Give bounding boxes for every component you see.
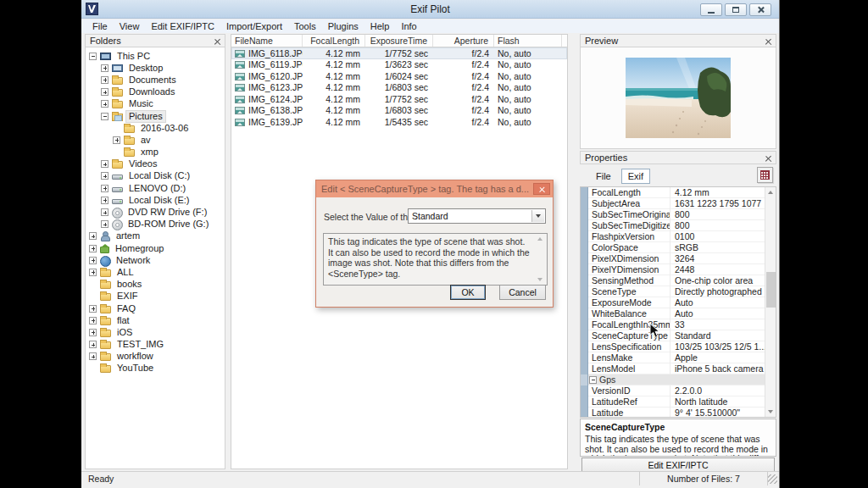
expand-icon[interactable] bbox=[89, 269, 97, 276]
expand-icon[interactable] bbox=[89, 352, 97, 360]
expand-icon[interactable] bbox=[89, 317, 97, 324]
tree-item-av[interactable]: av bbox=[86, 134, 225, 146]
property-group-gps[interactable]: Gps bbox=[581, 374, 776, 385]
expand-icon[interactable] bbox=[101, 172, 108, 180]
expand-icon[interactable] bbox=[89, 245, 97, 252]
minimize-button[interactable] bbox=[700, 3, 722, 16]
tree-item-workflow[interactable]: workflow bbox=[86, 351, 225, 363]
property-row-lensmodel[interactable]: LensModeliPhone 5 back camera ... bbox=[581, 363, 776, 374]
collapse-icon[interactable] bbox=[589, 376, 597, 384]
property-row-subsectimeoriginal[interactable]: SubSecTimeOriginal800 bbox=[581, 209, 776, 220]
tree-item-desktop[interactable]: Desktop bbox=[86, 62, 225, 74]
menu-item-import-export[interactable]: Import/Export bbox=[220, 20, 288, 33]
property-row-focallengthin35mmfilm[interactable]: FocalLengthIn35mmFilm33 bbox=[581, 319, 776, 330]
scroll-down-icon[interactable] bbox=[537, 278, 542, 281]
menu-item-view[interactable]: View bbox=[114, 20, 146, 33]
expand-icon[interactable] bbox=[101, 208, 108, 216]
tree-item-dvd-rw-drive-f[interactable]: DVD RW Drive (F:) bbox=[86, 206, 225, 218]
scrollbar-thumb[interactable] bbox=[766, 272, 776, 308]
file-row-img-6119-jpg[interactable]: IMG_6119.JPG4.12 mm1/3623 secf/2.4No, au… bbox=[231, 59, 567, 71]
expand-icon[interactable] bbox=[101, 88, 108, 96]
expand-icon[interactable] bbox=[89, 305, 97, 313]
menu-item-info[interactable]: Info bbox=[395, 20, 422, 33]
column-header-filename[interactable]: FileName bbox=[231, 35, 303, 47]
dialog-close-button[interactable] bbox=[533, 183, 550, 195]
property-row-flashpixversion[interactable]: FlashpixVersion0100 bbox=[581, 231, 776, 242]
scroll-down-icon[interactable] bbox=[768, 410, 773, 413]
collapse-icon[interactable] bbox=[89, 53, 97, 60]
tree-item-exif[interactable]: EXIF bbox=[86, 291, 225, 302]
expand-icon[interactable] bbox=[89, 232, 97, 240]
column-header-focallength[interactable]: FocalLength bbox=[303, 35, 365, 47]
ok-button[interactable]: OK bbox=[450, 285, 486, 300]
tree-item-downloads[interactable]: Downloads bbox=[86, 86, 225, 98]
menu-item-help[interactable]: Help bbox=[364, 20, 396, 33]
property-row-focallength[interactable]: FocalLength4.12 mm bbox=[581, 187, 776, 198]
file-row-img-6138-jpg[interactable]: IMG_6138.JPG4.12 mm1/6803 secf/2.4No, au… bbox=[231, 105, 567, 117]
tag-description-field[interactable]: This tag indicates the type of scene tha… bbox=[323, 233, 548, 286]
property-row-lensmake[interactable]: LensMakeApple bbox=[581, 352, 776, 363]
column-header-exposuretime[interactable]: ExposureTime bbox=[365, 35, 433, 47]
tree-item-pictures[interactable]: Pictures bbox=[86, 110, 225, 122]
tree-item-faq[interactable]: FAQ bbox=[86, 302, 225, 314]
value-combobox[interactable]: Standard bbox=[408, 208, 546, 224]
tree-item-2016-03-06[interactable]: 2016-03-06 bbox=[86, 122, 225, 134]
tree-item-lenovo-d[interactable]: LENOVO (D:) bbox=[86, 182, 225, 194]
combobox-dropdown-button[interactable] bbox=[531, 210, 544, 222]
close-folders-panel-icon[interactable] bbox=[214, 38, 220, 45]
column-header-flash[interactable]: Flash bbox=[494, 35, 562, 47]
property-row-exposuremode[interactable]: ExposureModeAuto bbox=[581, 297, 776, 308]
properties-scrollbar[interactable] bbox=[765, 187, 776, 417]
expand-icon[interactable] bbox=[101, 100, 108, 108]
collapse-icon[interactable] bbox=[101, 113, 108, 120]
expand-icon[interactable] bbox=[101, 197, 108, 204]
menu-item-file[interactable]: File bbox=[86, 20, 114, 33]
tree-item-homegroup[interactable]: Homegroup bbox=[86, 242, 225, 254]
property-row-versionid[interactable]: VersionID2.2.0.0 bbox=[581, 385, 776, 396]
property-row-scenetype[interactable]: SceneTypeDirectly photographed bbox=[581, 286, 776, 297]
property-row-subjectarea[interactable]: SubjectArea1631 1223 1795 1077 bbox=[581, 198, 776, 209]
property-row-pixelydimension[interactable]: PixelYDimension2448 bbox=[581, 264, 776, 275]
tree-item-all[interactable]: ALL bbox=[86, 266, 225, 278]
tree-item-this-pc[interactable]: This PC bbox=[86, 50, 225, 62]
expand-icon[interactable] bbox=[113, 136, 120, 144]
close-button[interactable] bbox=[749, 3, 771, 16]
file-row-img-6124-jpg[interactable]: IMG_6124.JPG4.12 mm1/7752 secf/2.4No, au… bbox=[231, 93, 567, 105]
tree-item-local-disk-e[interactable]: Local Disk (E:) bbox=[86, 194, 225, 206]
tree-item-documents[interactable]: Documents bbox=[86, 74, 225, 86]
file-row-img-6120-jpg[interactable]: IMG_6120.JPG4.12 mm1/6024 secf/2.4No, au… bbox=[231, 70, 567, 82]
scroll-up-icon[interactable] bbox=[537, 237, 542, 241]
property-row-latitude[interactable]: Latitude9° 4' 15.510000" bbox=[581, 408, 776, 418]
expand-icon[interactable] bbox=[101, 220, 108, 228]
edit-exif-iptc-button[interactable]: Edit EXIF/IPTC bbox=[581, 458, 775, 472]
expand-icon[interactable] bbox=[89, 341, 97, 348]
tree-item-music[interactable]: Music bbox=[86, 98, 225, 110]
file-row-img-6123-jpg[interactable]: IMG_6123.JPG4.12 mm1/6803 secf/2.4No, au… bbox=[231, 82, 567, 94]
tree-item-flat[interactable]: flat bbox=[86, 314, 225, 326]
grid-view-button[interactable] bbox=[757, 167, 773, 183]
menu-item-plugins[interactable]: Plugins bbox=[322, 20, 364, 33]
expand-icon[interactable] bbox=[101, 160, 108, 168]
tree-item-youtube[interactable]: YouTube bbox=[86, 363, 225, 374]
expand-icon[interactable] bbox=[101, 185, 108, 192]
tree-item-books[interactable]: books bbox=[86, 279, 225, 291]
tree-item-ios[interactable]: iOS bbox=[86, 326, 225, 338]
tree-item-videos[interactable]: Videos bbox=[86, 158, 225, 170]
property-row-pixelxdimension[interactable]: PixelXDimension3264 bbox=[581, 253, 776, 264]
property-row-subsectimedigitized[interactable]: SubSecTimeDigitized800 bbox=[581, 220, 776, 231]
expand-icon[interactable] bbox=[101, 76, 108, 84]
tab-file[interactable]: File bbox=[590, 169, 617, 183]
property-row-whitebalance[interactable]: WhiteBalanceAuto bbox=[581, 308, 776, 319]
menu-item-edit-exif-iptc[interactable]: Edit EXIF/IPTC bbox=[145, 20, 220, 33]
file-row-img-6118-jpg[interactable]: IMG_6118.JPG4.12 mm1/7752 secf/2.4No, au… bbox=[231, 47, 567, 59]
close-properties-panel-icon[interactable] bbox=[765, 155, 771, 162]
expand-icon[interactable] bbox=[89, 329, 97, 336]
property-row-colorspace[interactable]: ColorSpacesRGB bbox=[581, 242, 776, 253]
resize-grip[interactable] bbox=[768, 474, 777, 484]
file-row-img-6139-jpg[interactable]: IMG_6139.JPG4.12 mm1/5435 secf/2.4No, au… bbox=[231, 116, 567, 128]
scroll-up-icon[interactable] bbox=[768, 191, 773, 194]
tree-item-artem[interactable]: artem bbox=[86, 230, 225, 242]
property-row-sensingmethod[interactable]: SensingMethodOne-chip color area bbox=[581, 275, 776, 286]
close-preview-panel-icon[interactable] bbox=[765, 38, 771, 45]
menu-item-tools[interactable]: Tools bbox=[288, 20, 322, 33]
